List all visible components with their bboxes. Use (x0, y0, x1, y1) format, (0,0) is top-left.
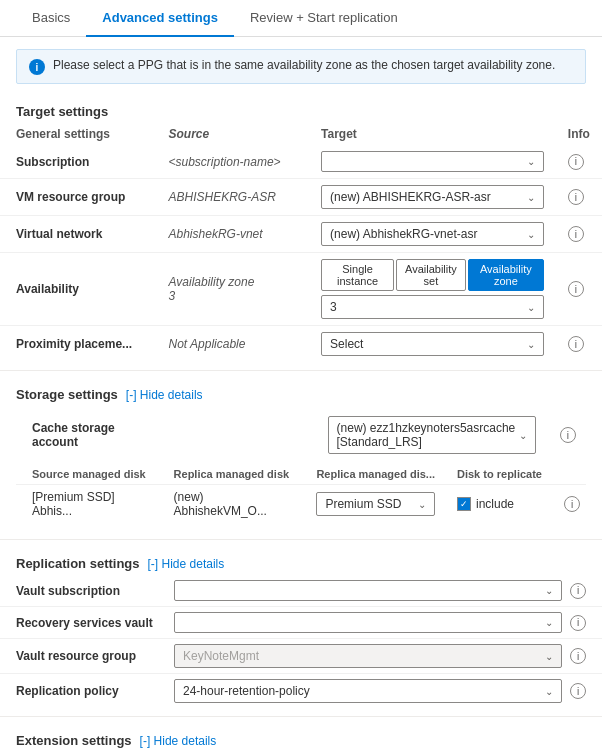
row-source-0: <subscription-name> (153, 145, 306, 179)
disk-include-label: include (476, 497, 514, 511)
rep-info-1[interactable]: i (570, 615, 586, 631)
storage-settings-header: Storage settings [-] Hide details (0, 379, 602, 406)
row-target-4: Select⌄ (305, 326, 552, 363)
info-circle-4[interactable]: i (568, 336, 584, 352)
cache-info-icon[interactable]: i (560, 427, 576, 443)
target-settings-table: General settings Source Target Info Subs… (0, 123, 602, 362)
col-info: Info (552, 123, 602, 145)
disk-type-dropdown[interactable]: Premium SSD⌄ (316, 492, 435, 516)
cache-storage-dropdown[interactable]: (new) ezz1hzkeynoters5asrcache [Standard… (312, 410, 544, 460)
replication-row-2: Vault resource group KeyNoteMgmt ⌄ i (0, 638, 602, 673)
row-info-4: i (552, 326, 602, 363)
row-target-0: ⌄ (305, 145, 552, 179)
availability-dropdown[interactable]: 3⌄ (321, 295, 544, 319)
disk-type-arrow: ⌄ (418, 499, 426, 510)
disk-info-circle-0[interactable]: i (564, 496, 580, 512)
rep-info-3[interactable]: i (570, 683, 586, 699)
disk-col-replicate: Disk to replicate (441, 464, 548, 485)
row-source-2: AbhishekRG-vnet (153, 216, 306, 253)
target-row-1: VM resource groupABHISHEKRG-ASR(new) ABH… (0, 179, 602, 216)
tab-review-start[interactable]: Review + Start replication (234, 0, 414, 37)
target-settings-title: Target settings (0, 96, 602, 123)
rep-control-1: ⌄ (174, 612, 562, 633)
info-circle-3[interactable]: i (568, 281, 584, 297)
avail-dropdown-arrow: ⌄ (527, 302, 535, 313)
info-circle-1[interactable]: i (568, 189, 584, 205)
col-general-settings: General settings (0, 123, 153, 145)
info-circle-2[interactable]: i (568, 226, 584, 242)
rep-info-0[interactable]: i (570, 583, 586, 599)
tab-bar: Basics Advanced settings Review + Start … (0, 0, 602, 37)
disk-include-wrap: ✓include (457, 497, 542, 511)
rep-info-2[interactable]: i (570, 648, 586, 664)
rep-dropdown-3[interactable]: 24-hour-retention-policy ⌄ (174, 679, 562, 703)
col-target: Target (305, 123, 552, 145)
rep-dropdown-2: KeyNoteMgmt ⌄ (174, 644, 562, 668)
target-dropdown-4[interactable]: Select⌄ (321, 332, 544, 356)
extension-settings-header: Extension settings [-] Hide details (0, 725, 602, 750)
target-dropdown-value-4: Select (330, 337, 363, 351)
target-row-3: AvailabilityAvailability zone3Single ins… (0, 253, 602, 326)
disk-table: Source managed disk Replica managed disk… (16, 464, 586, 523)
disk-include-checkbox[interactable]: ✓ (457, 497, 471, 511)
extension-hide-link[interactable]: [-] Hide details (140, 734, 217, 748)
col-source: Source (153, 123, 306, 145)
row-source-1: ABHISHEKRG-ASR (153, 179, 306, 216)
target-row-0: Subscription<subscription-name>⌄i (0, 145, 602, 179)
disk-replica-0: (new) AbhishekVM_O... (158, 485, 301, 524)
rep-arrow-3: ⌄ (545, 686, 553, 697)
disk-col-source: Source managed disk (16, 464, 158, 485)
cache-storage-source (164, 410, 312, 460)
disk-row-0: [Premium SSD] Abhis...(new) AbhishekVM_O… (16, 485, 586, 524)
rep-label-0: Vault subscription (16, 584, 166, 598)
target-row-4: Proximity placeme...Not ApplicableSelect… (0, 326, 602, 363)
replication-row-0: Vault subscription ⌄ i (0, 575, 602, 606)
rep-label-1: Recovery services vault (16, 616, 166, 630)
cache-storage-value: (new) ezz1hzkeynoters5asrcache [Standard… (337, 421, 519, 449)
rep-arrow-1: ⌄ (545, 617, 553, 628)
extension-settings-title: Extension settings (16, 733, 132, 748)
disk-col-replica-dis: Replica managed dis... (300, 464, 441, 485)
rep-control-3: 24-hour-retention-policy ⌄ (174, 679, 562, 703)
tab-advanced-settings[interactable]: Advanced settings (86, 0, 234, 37)
avail-btn-2[interactable]: Availability zone (468, 259, 544, 291)
row-label-1: VM resource group (0, 179, 153, 216)
dropdown-arrow-2: ⌄ (527, 229, 535, 240)
info-circle-0[interactable]: i (568, 154, 584, 170)
rep-arrow-0: ⌄ (545, 585, 553, 596)
dropdown-arrow-0: ⌄ (527, 156, 535, 167)
rep-control-0: ⌄ (174, 580, 562, 601)
target-dropdown-2[interactable]: (new) AbhishekRG-vnet-asr⌄ (321, 222, 544, 246)
row-label-2: Virtual network (0, 216, 153, 253)
row-info-1: i (552, 179, 602, 216)
target-row-2: Virtual networkAbhishekRG-vnet(new) Abhi… (0, 216, 602, 253)
target-dropdown-value-2: (new) AbhishekRG-vnet-asr (330, 227, 477, 241)
storage-hide-link[interactable]: [-] Hide details (126, 388, 203, 402)
disk-info-0: i (548, 485, 586, 524)
target-dropdown-0[interactable]: ⌄ (321, 151, 544, 172)
rep-arrow-2: ⌄ (545, 651, 553, 662)
cache-info-cell: i (544, 410, 586, 460)
rep-dropdown-0[interactable]: ⌄ (174, 580, 562, 601)
avail-dropdown-value: 3 (330, 300, 337, 314)
storage-settings-title: Storage settings (16, 387, 118, 402)
cache-storage-select[interactable]: (new) ezz1hzkeynoters5asrcache [Standard… (328, 416, 536, 454)
avail-btn-1[interactable]: Availability set (396, 259, 466, 291)
info-icon: i (29, 59, 45, 75)
rep-dropdown-1[interactable]: ⌄ (174, 612, 562, 633)
storage-settings-section: Cache storage account (new) ezz1hzkeynot… (0, 406, 602, 531)
replication-section: Vault subscription ⌄ i Recovery services… (0, 575, 602, 708)
dropdown-arrow-1: ⌄ (527, 192, 535, 203)
info-banner: i Please select a PPG that is in the sam… (16, 49, 586, 84)
tab-basics[interactable]: Basics (16, 0, 86, 37)
cache-dropdown-arrow: ⌄ (519, 430, 527, 441)
rep-value-2: KeyNoteMgmt (183, 649, 259, 663)
target-dropdown-1[interactable]: (new) ABHISHEKRG-ASR-asr⌄ (321, 185, 544, 209)
disk-replica-dis-0: Premium SSD⌄ (300, 485, 441, 524)
rep-value-3: 24-hour-retention-policy (183, 684, 310, 698)
rep-label-2: Vault resource group (16, 649, 166, 663)
disk-include-0: ✓include (441, 485, 548, 524)
row-info-3: i (552, 253, 602, 326)
replication-hide-link[interactable]: [-] Hide details (148, 557, 225, 571)
avail-btn-0[interactable]: Single instance (321, 259, 394, 291)
